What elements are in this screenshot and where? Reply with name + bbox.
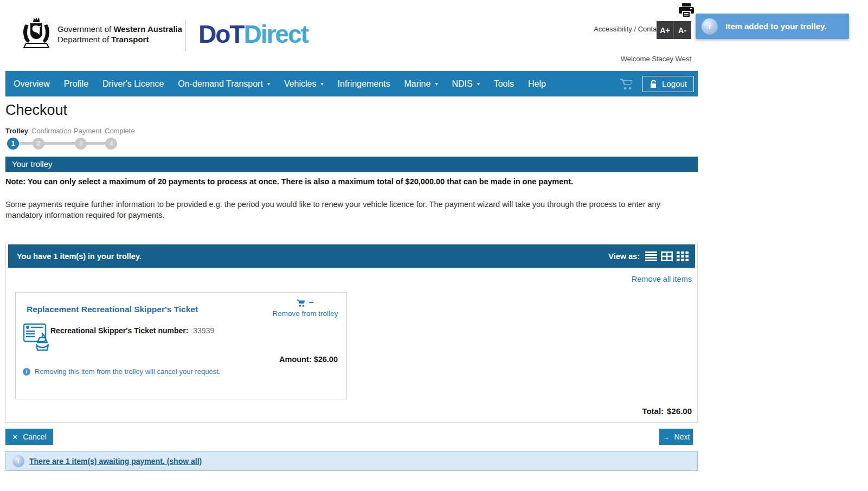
step-circle-3: 3 [75, 138, 87, 150]
info-icon: i [702, 18, 718, 35]
wa-coat-of-arms-logo [21, 16, 52, 51]
government-wordmark: Government of Western Australia Departme… [57, 24, 182, 44]
x-icon: ✕ [12, 433, 18, 441]
nav-label: Profile [64, 79, 88, 89]
info-icon: i [23, 368, 30, 376]
view-grid-3x3-icon[interactable] [677, 251, 689, 261]
chevron-down-icon: ▾ [435, 81, 438, 87]
chevron-down-icon: ▾ [477, 81, 480, 87]
gov-line2-bold: Transport [111, 35, 149, 44]
trolley-cart-icon[interactable] [620, 77, 634, 91]
amount-row: Amount: $26.00 [279, 355, 338, 364]
step-label-trolley: Trolley [5, 127, 28, 135]
font-decrease-button[interactable]: A- [674, 21, 691, 39]
font-size-controls: A+ A- [657, 21, 691, 39]
trolley-item-card: Replacement Recreational Skipper's Ticke… [15, 292, 347, 399]
item-remove-warning: i Removing this item from the trolley wi… [23, 367, 220, 376]
step-circle-4: 4 [105, 138, 117, 150]
nav-item-vehicles[interactable]: Vehicles▾ [277, 71, 331, 96]
amount-label: Amount: [279, 355, 312, 364]
info-icon: i [12, 455, 24, 467]
awaiting-payment-link[interactable]: There are 1 item(s) awaiting payment. (s… [29, 457, 202, 466]
item-title-link[interactable]: Replacement Recreational Skipper's Ticke… [27, 305, 198, 314]
cart-icon [297, 299, 306, 307]
dot-direct-logo: DoTDirect [198, 20, 308, 49]
section-header-your-trolley: Your trolley [5, 157, 698, 172]
next-label: Next [674, 432, 690, 441]
nav-item-marine[interactable]: Marine▾ [397, 71, 445, 96]
nav-item-profile[interactable]: Profile [57, 71, 95, 96]
nav-item-overview[interactable]: Overview [5, 71, 57, 96]
remove-all-items-link[interactable]: Remove all items [632, 275, 692, 283]
nav-label: Infringements [338, 79, 390, 89]
step-circle-2: 2 [33, 138, 44, 150]
skippers-ticket-document-icon [23, 321, 51, 352]
total-value: $26.00 [667, 406, 692, 416]
toast-message: Item added to your trolley. [725, 22, 826, 31]
amount-value: $26.00 [314, 355, 338, 364]
main-nav: Overview Profile Driver's Licence On-dem… [5, 71, 698, 96]
font-increase-button[interactable]: A+ [657, 21, 674, 39]
unlock-icon [650, 80, 658, 88]
trolley-panel-header: You have 1 item(s) in your trolley. View… [8, 244, 695, 268]
view-list-icon[interactable] [645, 251, 657, 261]
nav-label: Driver's Licence [102, 79, 164, 89]
nav-label: Vehicles [284, 79, 317, 89]
nav-label: On-demand Transport [178, 79, 263, 89]
step-connector-line [11, 142, 113, 145]
next-button[interactable]: → Next [659, 429, 693, 445]
print-icon[interactable] [679, 3, 694, 17]
gov-line1-normal: Government of [57, 24, 113, 34]
gov-line2-normal: Department of [57, 35, 111, 44]
nav-label: Marine [404, 79, 430, 89]
step-label-payment: Payment [74, 127, 101, 135]
logout-label: Logout [662, 79, 687, 88]
welcome-user-text: Welcome Stacey West [621, 55, 691, 63]
trolley-total: Total:$26.00 [642, 406, 692, 416]
nav-item-tools[interactable]: Tools [487, 71, 521, 96]
logo-direct-text: irect [261, 20, 308, 48]
minus-icon: − [308, 299, 314, 307]
payment-limit-note: Note: You can only select a maximum of 2… [5, 177, 699, 186]
nav-item-drivers-licence[interactable]: Driver's Licence [95, 71, 171, 96]
gov-line1-bold: Western Australia [113, 24, 182, 34]
logout-button[interactable]: Logout [642, 76, 694, 92]
nav-label: Help [528, 79, 546, 89]
logo-stylized-d: D [243, 20, 260, 49]
dot-direct-checkout-page: Government of Western Australia Departme… [0, 0, 868, 491]
step-circle-1[interactable]: 1 [7, 138, 19, 150]
play-arrow-icon [249, 30, 256, 38]
awaiting-payment-bar: i There are 1 item(s) awaiting payment. … [5, 451, 698, 471]
ticket-number-value: 33939 [193, 326, 214, 335]
page-title: Checkout [5, 102, 67, 119]
nav-label: NDIS [452, 79, 472, 89]
trolley-panel: You have 1 item(s) in your trolley. View… [5, 242, 698, 423]
step-label-confirmation: Confirmation [31, 127, 72, 135]
logo-dot-text: DoT [198, 20, 243, 48]
chevron-down-icon: ▾ [321, 81, 324, 87]
nav-item-on-demand-transport[interactable]: On-demand Transport▾ [171, 71, 277, 96]
logo-divider [185, 20, 185, 51]
view-as-label: View as: [608, 252, 640, 261]
nav-item-help[interactable]: Help [521, 71, 553, 96]
remove-from-trolley-label: Remove from trolley [265, 309, 345, 318]
ticket-number-label: Recreational Skipper's Ticket number: [50, 326, 188, 335]
remove-from-trolley-button[interactable]: − Remove from trolley [265, 298, 345, 318]
view-grid-2x2-icon[interactable] [661, 251, 673, 261]
checkout-progress-steps: Trolley Confirmation Payment Complete 1 … [5, 127, 146, 154]
nav-item-ndis[interactable]: NDIS▾ [445, 71, 486, 96]
cancel-label: Cancel [23, 432, 47, 441]
payment-wizard-description: Some payments require further informatio… [5, 199, 699, 221]
nav-label: Tools [494, 79, 514, 89]
trolley-count-text: You have 1 item(s) in your trolley. [17, 252, 142, 261]
step-label-complete: Complete [105, 127, 135, 135]
nav-item-infringements[interactable]: Infringements [331, 71, 397, 96]
nav-label: Overview [14, 79, 50, 89]
arrow-right-icon: → [663, 433, 670, 441]
cancel-button[interactable]: ✕ Cancel [5, 429, 53, 445]
ticket-number-field: Recreational Skipper's Ticket number: 33… [50, 326, 214, 335]
toast-notification: i Item added to your trolley. [696, 14, 849, 39]
total-label: Total: [642, 406, 664, 416]
item-remove-warning-text: Removing this item from the trolley will… [35, 367, 220, 376]
chevron-down-icon: ▾ [267, 81, 270, 87]
